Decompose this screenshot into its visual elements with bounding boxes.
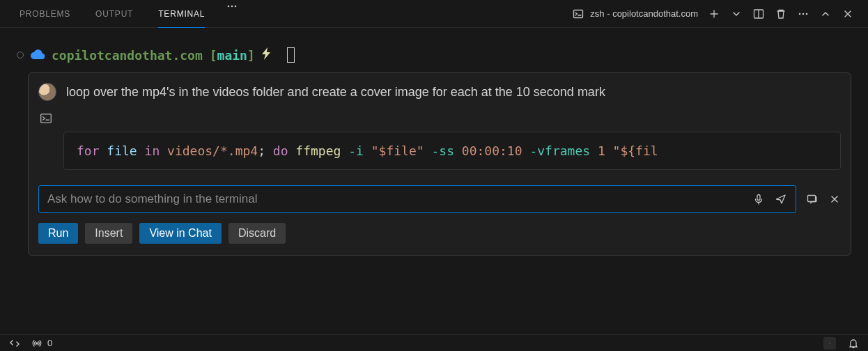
prompt-line: copilotcandothat.com [main] [17,47,851,63]
svg-rect-3 [574,10,583,17]
status-dot-icon [17,52,24,58]
tab-output[interactable]: OUTPUT [83,0,146,28]
split-terminal-button[interactable] [752,8,765,20]
svg-rect-8 [41,114,52,123]
run-button[interactable]: Run [38,223,78,244]
maximize-panel-button[interactable] [819,8,832,20]
close-panel-button[interactable] [842,8,854,20]
remote-button[interactable] [8,337,21,350]
inline-chat-card: loop over the mp4's in the videos folder… [28,72,851,256]
insert-button[interactable]: Insert [85,223,132,244]
svg-point-11 [36,343,38,344]
feedback-icon[interactable] [806,193,819,205]
discard-button[interactable]: Discard [228,223,286,244]
cursor-icon [287,47,295,63]
tab-problems[interactable]: PROBLEMS [7,0,83,28]
terminal-label: zsh - copilotcandothat.com [590,8,698,19]
panel-tab-bar: PROBLEMS OUTPUT TERMINAL zsh - copilotca… [0,0,868,28]
cwd-text: copilotcandothat.com [52,48,203,63]
cloud-icon [31,49,45,62]
radio-count: 0 [47,338,52,348]
new-terminal-button[interactable] [708,8,720,20]
tab-overflow[interactable] [217,0,247,28]
svg-point-0 [228,5,230,7]
radio-status[interactable]: 0 [31,337,52,350]
svg-rect-10 [808,196,816,202]
svg-point-5 [799,13,801,15]
terminal-small-icon [40,112,52,125]
svg-point-6 [803,13,805,15]
view-in-chat-button[interactable]: View in Chat [139,223,222,244]
ellipsis-icon [226,0,238,13]
branch-text: [main] [210,48,255,63]
user-prompt-text: loop over the mp4's in the videos folder… [66,85,605,100]
terminal-icon [572,8,584,20]
svg-point-2 [235,5,237,7]
terminal-dropdown-button[interactable] [730,8,743,20]
copilot-status[interactable] [823,337,836,350]
tab-terminal[interactable]: TERMINAL [146,0,217,28]
bolt-icon [262,47,272,63]
inline-chat-input-wrap [38,185,796,213]
panel-more-button[interactable] [797,8,809,20]
terminal-name[interactable]: zsh - copilotcandothat.com [572,8,698,20]
svg-point-7 [806,13,808,15]
suggested-command: for file in videos/*.mp4; do ffmpeg -i "… [63,132,841,170]
radio-tower-icon [31,337,43,350]
notifications-button[interactable] [847,337,860,350]
svg-point-12 [829,343,830,343]
svg-point-13 [830,343,830,343]
kill-terminal-button[interactable] [775,8,787,20]
status-bar: 0 [0,334,868,351]
avatar [38,83,56,101]
send-icon[interactable] [775,193,787,205]
inline-chat-input[interactable] [47,192,747,206]
terminal-body[interactable]: copilotcandothat.com [main] loop over th… [0,28,868,334]
close-inline-chat[interactable] [828,193,841,205]
mic-icon[interactable] [752,193,765,205]
svg-rect-9 [757,195,760,201]
svg-point-1 [231,5,233,7]
